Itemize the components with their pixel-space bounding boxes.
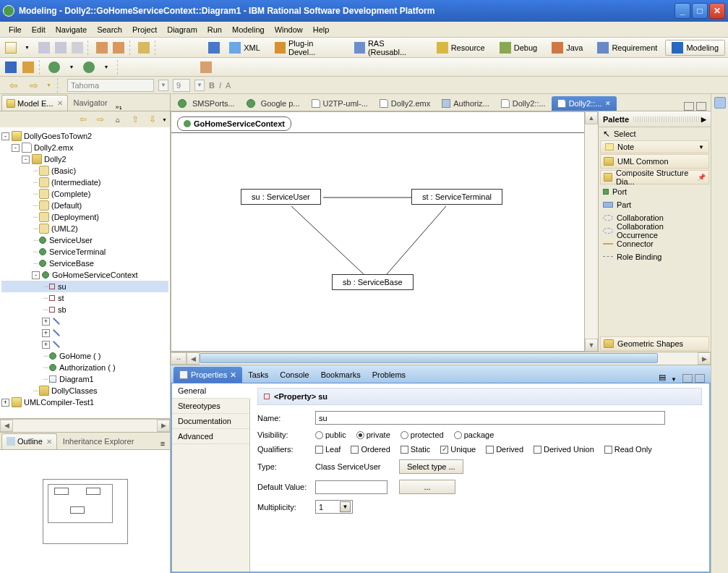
tool-a[interactable] — [95, 40, 110, 56]
chk-unique[interactable]: Unique — [440, 445, 476, 454]
tool-xj[interactable] — [3, 59, 19, 75]
close-editor-icon[interactable]: ✕ — [605, 100, 611, 107]
etab-d2a[interactable]: Dolly2::... — [495, 96, 552, 111]
persp-req[interactable]: Requirement — [591, 40, 664, 56]
h-scrollbar[interactable]: ◀▶ — [0, 419, 170, 432]
persp-switcher[interactable] — [206, 40, 221, 56]
new-dropdown[interactable]: ▼ — [20, 40, 35, 56]
brush-button[interactable] — [198, 59, 214, 75]
name-input[interactable] — [315, 411, 665, 425]
chk-leaf[interactable]: Leaf — [315, 445, 341, 454]
font-name-input[interactable] — [67, 79, 154, 92]
btab-console[interactable]: Console — [274, 367, 314, 383]
persp-xml[interactable]: XML — [223, 40, 267, 56]
fastview-icon[interactable] — [714, 97, 726, 109]
multiplicity-combo[interactable]: 1▼ — [315, 500, 353, 514]
fwd-icon[interactable]: ⇨ — [93, 111, 108, 127]
down-icon[interactable]: ⇩ — [145, 111, 160, 127]
chk-ordered[interactable]: Ordered — [351, 445, 390, 454]
drawer-geometric[interactable]: Geometric Shapes — [600, 336, 709, 351]
persp-modeling[interactable]: Modeling — [665, 40, 725, 56]
tab-inheritance[interactable]: Inheritance Explorer — [59, 433, 138, 449]
bold-button[interactable]: B — [209, 81, 215, 90]
editor-h-scrollbar[interactable]: ↔◀▶ — [171, 352, 711, 365]
tab-navigator[interactable]: Navigator — [69, 95, 112, 111]
select-type-button[interactable]: Select type ... — [399, 459, 463, 474]
chk-static[interactable]: Static — [401, 445, 431, 454]
close-props-icon[interactable]: ✕ — [230, 370, 236, 380]
etab-auth[interactable]: Authoriz... — [436, 96, 495, 111]
font-size-dd[interactable]: ▼ — [194, 80, 205, 91]
font-name-dd[interactable]: ▼ — [158, 80, 168, 91]
pal-select[interactable]: ↖Select — [599, 127, 711, 140]
diagram-canvas[interactable]: GoHomeServiceContext su : ServiceUser st… — [171, 111, 585, 352]
menu-search[interactable]: Search — [93, 24, 127, 35]
nav-back[interactable]: ⇦ — [6, 77, 22, 93]
btab-properties[interactable]: Properties ✕ — [174, 367, 242, 383]
radio-public[interactable]: public — [315, 430, 346, 439]
pal-rolebinding[interactable]: Role Binding — [599, 250, 711, 263]
chk-readonly[interactable]: Read Only — [604, 445, 652, 454]
persp-java[interactable]: Java — [545, 40, 589, 56]
tool-c[interactable] — [137, 40, 152, 56]
btab-bookmarks[interactable]: Bookmarks — [315, 367, 367, 383]
persp-debug[interactable]: Debug — [493, 40, 544, 56]
btab-tasks[interactable]: Tasks — [242, 367, 274, 383]
close-tab-icon[interactable]: ✕ — [57, 99, 63, 107]
menu-help[interactable]: Help — [309, 24, 334, 35]
btab-problems[interactable]: Problems — [367, 367, 411, 383]
default-value-button[interactable]: ... — [399, 480, 455, 494]
ptab-advanced[interactable]: Advanced — [172, 429, 249, 444]
italic-button[interactable]: I — [219, 81, 221, 90]
etab-google[interactable]: Google p... — [241, 96, 306, 111]
menu-navigate[interactable]: Navigate — [51, 24, 91, 35]
pal-connector[interactable]: Connector — [599, 237, 711, 250]
menu-edit[interactable]: Edit — [27, 24, 50, 35]
chk-derived[interactable]: Derived — [486, 445, 523, 454]
ptab-stereotypes[interactable]: Stereotypes — [172, 399, 249, 414]
maximize-button[interactable]: □ — [692, 3, 708, 19]
v-scrollbar[interactable]: ▲▼ — [585, 111, 598, 352]
model-explorer-tree[interactable]: -DollyGoesToTown2 -Dolly2.emx -Dolly2 ┈(… — [0, 127, 170, 419]
pal-collab-occ[interactable]: Collaboration Occurrence — [599, 224, 711, 237]
expand-icon[interactable]: - — [1, 132, 9, 140]
part-sb[interactable]: sb : ServiceBase — [332, 274, 414, 290]
etab-d2b[interactable]: Dolly2::... ✕ — [552, 96, 617, 111]
part-su[interactable]: su : ServiceUser — [241, 189, 321, 205]
view-menu-icon[interactable]: ▤ — [656, 371, 668, 383]
saveall-button[interactable] — [53, 40, 68, 56]
pal-port[interactable]: Port — [599, 185, 711, 198]
up-icon[interactable]: ⇧ — [127, 111, 143, 127]
run-dropdown[interactable]: ▼ — [64, 59, 80, 75]
ext-run-dropdown[interactable]: ▼ — [98, 59, 114, 75]
view-dd-icon[interactable]: ▼ — [668, 376, 680, 383]
minimize-button[interactable]: _ — [675, 3, 690, 19]
outline-minimap[interactable] — [0, 450, 170, 573]
ptab-general[interactable]: General — [172, 383, 250, 399]
new-button[interactable] — [3, 40, 18, 56]
drawer-composite[interactable]: Composite Structure Dia...📌 — [600, 170, 709, 184]
menu-modeling[interactable]: Modeling — [228, 24, 269, 35]
menu-project[interactable]: Project — [128, 24, 161, 35]
max-view-icon[interactable] — [696, 102, 706, 111]
radio-private[interactable]: private — [356, 430, 390, 439]
menu-diagram[interactable]: Diagram — [163, 24, 202, 35]
pal-note[interactable]: Note▼ — [600, 140, 709, 153]
nav-dd[interactable]: ▼ — [46, 82, 51, 88]
tool-dj[interactable] — [20, 59, 36, 75]
part-st[interactable]: st : ServiceTerminal — [411, 189, 502, 205]
print-button[interactable] — [69, 40, 85, 56]
chk-derived-union[interactable]: Derived Union — [534, 445, 594, 454]
back-icon[interactable]: ⇦ — [75, 111, 91, 127]
persp-plugin[interactable]: Plug-in Devel... — [268, 40, 346, 56]
close-button[interactable]: ✕ — [709, 3, 725, 19]
home-icon[interactable]: ⌂ — [110, 111, 126, 127]
font-size-input[interactable] — [173, 79, 190, 92]
radio-package[interactable]: package — [454, 430, 494, 439]
drawer-uml-common[interactable]: UML Common — [600, 154, 709, 169]
tab-overflow[interactable]: »₁ — [114, 103, 124, 111]
default-value-input[interactable] — [315, 480, 387, 494]
nav-fwd[interactable]: ⇨ — [26, 77, 42, 93]
tab-model-explorer[interactable]: Model E...✕ — [1, 95, 68, 111]
palette-collapse-icon[interactable]: ▶ — [701, 116, 706, 123]
